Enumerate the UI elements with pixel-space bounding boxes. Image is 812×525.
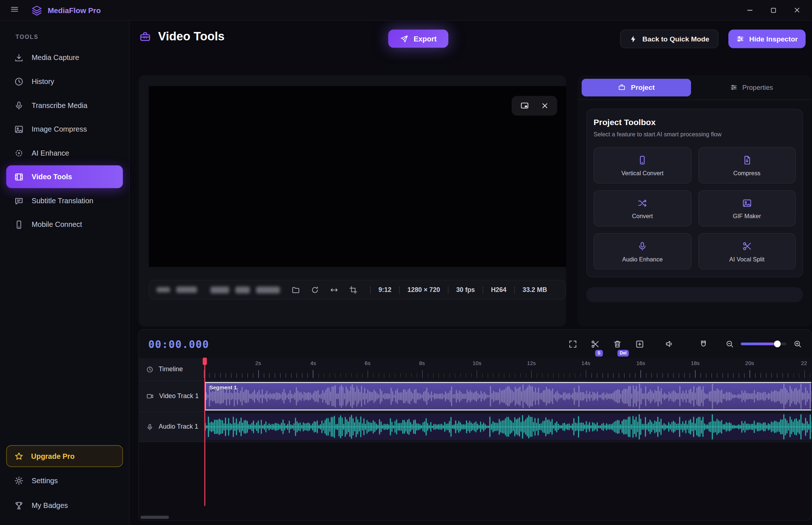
expand-icon [568,339,577,349]
redacted-control[interactable] [176,286,197,293]
split-clip-button[interactable]: S [591,339,600,349]
redacted-control[interactable] [256,286,280,293]
audio-track-lane[interactable] [204,412,811,442]
maximize-button[interactable] [770,7,777,14]
tab-properties[interactable]: Properties [691,75,812,100]
feature-gif-maker[interactable]: GIF Maker [698,190,796,227]
audio-track-row: Audio Track 1 [139,412,811,442]
sidebar-item-label: Subtitle Translation [32,196,93,205]
open-folder-button[interactable] [291,285,300,294]
sidebar-item-label: Transcribe Media [32,101,87,109]
microphone-icon [637,241,648,251]
sidebar-item-media-capture[interactable]: Media Capture [6,46,123,69]
minimize-button[interactable] [746,6,753,14]
feature-audio-enhance[interactable]: Audio Enhance [593,233,691,270]
zoom-out-button[interactable] [725,340,734,348]
timeline-ruler[interactable]: 2s 4s 6s 8s 10s 12s 14s 16s 18s 20s 22 [204,358,811,381]
page-title: Video Tools [158,29,225,43]
snap-toggle-button[interactable] [699,339,708,349]
feature-label: Audio Enhance [622,256,663,262]
video-track-label: Video Track 1 [139,381,204,412]
sidebar-section-label: TOOLS [16,34,129,40]
magnet-icon [699,339,708,349]
timeline-zoom-slider[interactable] [741,342,786,345]
close-icon [793,6,801,14]
timeline-horizontal-scrollbar[interactable] [140,516,169,519]
sidebar-item-label: Video Tools [32,173,72,181]
export-button[interactable]: Export [388,29,449,48]
redacted-control[interactable] [235,286,250,293]
sidebar-item-subtitle-translation[interactable]: Subtitle Translation [6,189,123,212]
crop-button[interactable] [349,285,357,294]
film-icon [14,172,24,182]
delete-clip-button[interactable]: Del [613,339,622,349]
zoom-slider-thumb[interactable] [774,341,781,348]
delete-shortcut-badge: Del [617,350,629,357]
timeline-toolbar: 00:00.000 S Del [139,330,811,358]
tab-project[interactable]: Project [582,79,691,96]
add-clip-button[interactable] [635,339,644,349]
timeline-empty-area [139,442,811,521]
window-controls [746,6,801,14]
mute-button[interactable] [665,339,675,349]
meta-resolution: 1280 × 720 [408,286,440,293]
feature-grid: Vertical Convert Compress Convert GIF Ma… [593,147,796,269]
shuffle-icon [637,198,648,208]
layers-logo-icon [31,4,43,16]
video-track-lane[interactable]: Segment 1 [204,381,811,412]
upgrade-pro-button[interactable]: Upgrade Pro [6,445,123,467]
zoom-out-icon [725,340,734,348]
sidebar-item-transcribe-media[interactable]: Transcribe Media [6,94,123,117]
sidebar-item-my-badges[interactable]: My Badges [6,494,123,517]
divider [370,286,371,293]
ruler-track-label: Timeline [139,358,204,381]
sidebar-footer: Upgrade Pro Settings My Badges [0,445,129,525]
feature-ai-vocal-split[interactable]: AI Vocal Split [698,233,796,270]
sidebar-item-label: AI Enhance [32,149,69,157]
hamburger-menu-button[interactable] [10,5,19,16]
resize-button[interactable] [330,285,339,294]
zoom-in-button[interactable] [793,340,802,348]
paper-plane-icon [400,35,408,43]
sidebar-nav: Media Capture History Transcribe Media I… [0,46,129,236]
upgrade-pro-label: Upgrade Pro [31,452,75,460]
sidebar-item-label: Mobile Connect [32,220,82,229]
audio-segment[interactable] [205,414,811,440]
back-to-quick-mode-button[interactable]: Back to Quick Mode [620,29,719,48]
ruler-tick-label: 14s [581,360,590,366]
meta-duration: 9:12 [379,286,392,293]
arrows-horizontal-icon [330,285,339,294]
trash-icon [613,339,622,349]
close-button[interactable] [793,6,801,14]
ruler-tick-label: 22 [801,360,807,366]
star-icon [14,451,24,461]
sidebar-item-settings[interactable]: Settings [6,469,123,492]
playhead[interactable] [204,358,205,506]
picture-in-picture-button[interactable] [520,101,529,111]
feature-compress[interactable]: Compress [698,147,796,184]
sidebar-item-image-compress[interactable]: Image Compress [6,118,123,141]
close-preview-button[interactable] [541,101,549,110]
rotate-button[interactable] [311,285,319,294]
playback-controls-bar: 9:12 1280 × 720 30 fps H264 33.2 MB [149,280,566,300]
briefcase-icon [618,84,625,91]
sidebar-item-history[interactable]: History [6,70,123,93]
video-segment[interactable]: Segment 1 [205,382,811,410]
redacted-control[interactable] [211,286,229,293]
hide-inspector-button[interactable]: Hide Inspector [728,29,805,48]
fit-timeline-button[interactable] [568,339,577,349]
video-player[interactable] [149,86,566,267]
feature-convert[interactable]: Convert [593,190,691,227]
feature-vertical-convert[interactable]: Vertical Convert [593,147,691,184]
redacted-control[interactable] [157,287,170,292]
sidebar-item-video-tools[interactable]: Video Tools [6,165,123,188]
gear-icon [14,476,24,485]
ruler-tick-label: 8s [419,360,425,366]
video-track-label-text: Video Track 1 [159,392,199,400]
sidebar-item-label: Media Capture [32,53,79,62]
ruler-tick-label: 12s [527,360,536,366]
sidebar-item-mobile-connect[interactable]: Mobile Connect [6,213,123,236]
sidebar-item-ai-enhance[interactable]: AI Enhance [6,141,123,164]
sparkle-focus-icon [14,148,24,158]
playhead-handle[interactable] [203,358,207,365]
